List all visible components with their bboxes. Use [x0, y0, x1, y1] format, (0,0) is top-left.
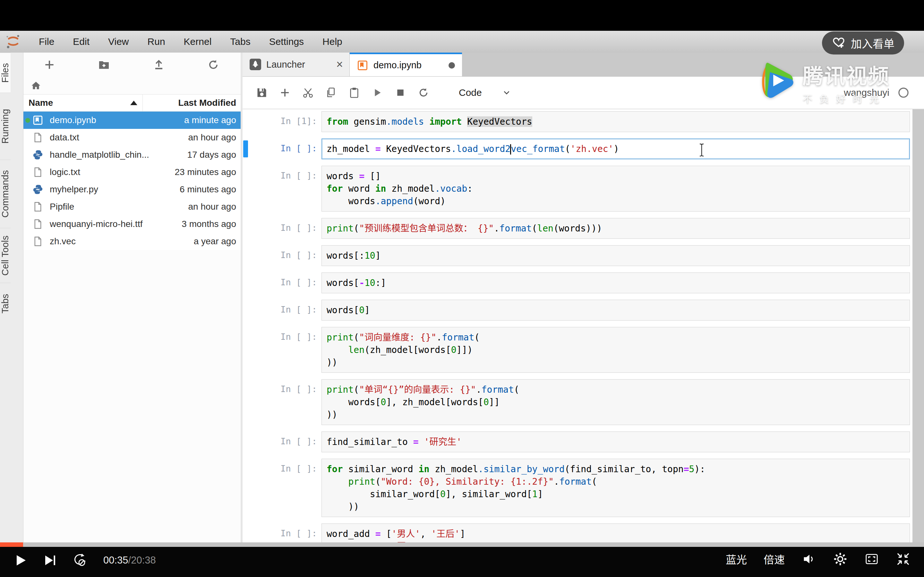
speed-button[interactable]: 倍速 — [764, 551, 785, 567]
new-folder-button[interactable] — [98, 59, 110, 71]
restart-kernel-button[interactable] — [418, 87, 429, 98]
tab-demo-ipynb[interactable]: demo.ipynb — [350, 53, 462, 76]
home-icon[interactable] — [31, 80, 41, 91]
cut-button[interactable] — [302, 87, 314, 98]
notebook-icon — [32, 115, 43, 126]
save-button[interactable] — [256, 87, 268, 98]
cell-editor[interactable]: words[:10] — [321, 245, 910, 266]
menu-kernel[interactable]: Kernel — [174, 31, 221, 53]
menu-edit[interactable]: Edit — [63, 31, 99, 53]
next-episode-button[interactable] — [42, 553, 58, 568]
menu-run[interactable]: Run — [138, 31, 174, 53]
cell-prompt: In [ ]: — [242, 379, 321, 425]
cell-type-dropdown[interactable]: Code — [459, 87, 511, 98]
cell-editor[interactable]: words[-10:] — [321, 272, 910, 293]
breadcrumb — [23, 77, 241, 94]
cell-editor[interactable]: for similar_word in zh_model.similar_by_… — [321, 459, 910, 517]
notebook-cell: In [ ]:print("单词“{}”的向量表示: {}".format( w… — [242, 379, 924, 425]
cell-editor[interactable]: find_similar_to = '研究生' — [321, 432, 910, 452]
autoplay-loop-button[interactable] — [72, 553, 87, 568]
file-browser-toolbar — [23, 53, 241, 77]
sort-ascending-icon — [130, 101, 137, 105]
file-modified: 17 days ago — [187, 150, 241, 160]
file-icon — [32, 236, 43, 247]
name-column-header[interactable]: Name — [23, 98, 142, 108]
notebook-cell: In [ ]:print("词向量维度: {}".format( len(zh_… — [242, 327, 924, 373]
cell-editor[interactable]: words[0] — [321, 300, 910, 321]
close-icon[interactable]: × — [336, 59, 343, 70]
cell-prompt: In [1]: — [242, 111, 321, 132]
file-row-pipfile[interactable]: Pipfilean hour ago — [23, 198, 241, 215]
play-button[interactable] — [13, 553, 28, 568]
tab-launcher[interactable]: Launcher× — [242, 53, 350, 76]
upload-button[interactable] — [153, 59, 165, 71]
cell-prompt: In [ ]: — [242, 327, 321, 373]
file-modified: 3 months ago — [182, 219, 241, 229]
file-row-logic-txt[interactable]: logic.txt23 minutes ago — [23, 163, 241, 181]
quality-button[interactable]: 蓝光 — [726, 551, 747, 567]
file-name: logic.txt — [48, 167, 175, 177]
exit-fullscreen-button[interactable] — [896, 552, 911, 566]
file-browser-panel: Name Last Modified demo.ipynba minute ag… — [23, 53, 242, 545]
file-row-myhelper-py[interactable]: myhelper.py6 minutes ago — [23, 181, 241, 198]
sidebar-tab-tabs[interactable]: Tabs — [0, 283, 11, 324]
menu-settings[interactable]: Settings — [260, 31, 313, 53]
settings-button[interactable] — [833, 552, 848, 566]
volume-button[interactable] — [801, 552, 816, 566]
modified-column-header[interactable]: Last Modified — [142, 95, 241, 111]
cell-editor[interactable]: from gensim.models import KeyedVectors — [321, 111, 910, 132]
file-row-handle-matplotlib-chin[interactable]: handle_matplotlib_chin...17 days ago — [23, 146, 241, 163]
notebook-scrollbar-gutter[interactable] — [913, 109, 924, 545]
video-progress-played — [0, 542, 23, 547]
cell-editor[interactable]: zh_model = KeyedVectors.load_word2vec_fo… — [321, 139, 910, 159]
notebook-scroll-area[interactable]: In [1]:from gensim.models import KeyedVe… — [242, 109, 924, 545]
fullscreen-button[interactable] — [864, 552, 879, 566]
menu-tabs[interactable]: Tabs — [221, 31, 260, 53]
time-current: 00:35 — [103, 554, 128, 566]
file-name: zh.vec — [48, 236, 194, 247]
new-launcher-button[interactable] — [43, 59, 55, 71]
refresh-button[interactable] — [207, 59, 220, 71]
unsaved-dot-icon[interactable] — [449, 62, 455, 69]
kernel-status-icon[interactable] — [898, 87, 909, 98]
copy-button[interactable] — [325, 87, 337, 98]
run-button[interactable] — [372, 87, 383, 98]
menu-help[interactable]: Help — [313, 31, 352, 53]
tab-label: Launcher — [266, 59, 305, 70]
cell-editor[interactable]: word_add = ['男人', '王后']word_sub = ['国王'] — [321, 524, 910, 545]
paste-button[interactable] — [349, 87, 360, 98]
cell-editor[interactable]: print("预训练模型包含单词总数： {}".format(len(words… — [321, 218, 910, 239]
add-to-watchlist-button[interactable]: 加入看单 — [822, 31, 904, 55]
no-dot — [25, 205, 30, 210]
tab-label: demo.ipynb — [373, 60, 422, 71]
cell-editor[interactable]: print("词向量维度: {}".format( len(zh_model[w… — [321, 327, 910, 373]
no-dot — [25, 239, 30, 244]
file-name: wenquanyi-micro-hei.ttf — [48, 219, 182, 229]
file-row-wenquanyi-micro-hei-ttf[interactable]: wenquanyi-micro-hei.ttf3 months ago — [23, 215, 241, 233]
cell-editor[interactable]: print("单词“{}”的向量表示: {}".format( words[0]… — [321, 379, 910, 425]
file-icon — [32, 167, 43, 177]
insert-cell-button[interactable] — [279, 87, 291, 98]
sidebar-tab-commands[interactable]: Commands — [0, 160, 11, 228]
sidebar-tab-running[interactable]: Running — [0, 93, 11, 160]
sidebar-tab-cell-tools[interactable]: Cell Tools — [0, 228, 11, 283]
menu-file[interactable]: File — [29, 31, 63, 53]
notebook-icon — [357, 60, 368, 71]
notebook-cell: In [ ]:for similar_word in zh_model.simi… — [242, 459, 924, 517]
file-row-data-txt[interactable]: data.txtan hour ago — [23, 129, 241, 146]
menu-view[interactable]: View — [99, 31, 138, 53]
python-icon — [32, 149, 43, 160]
notebook-cell: In [1]:from gensim.models import KeyedVe… — [242, 111, 924, 132]
cell-prompt: In [ ]: — [242, 432, 321, 452]
stop-button[interactable] — [395, 87, 406, 98]
cell-editor[interactable]: words = []for word in zh_model.vocab: wo… — [321, 166, 910, 211]
notebook-cell: In [ ]:zh_model = KeyedVectors.load_word… — [242, 139, 924, 159]
file-name: data.txt — [48, 132, 188, 143]
video-progress-bar[interactable] — [0, 542, 924, 547]
file-row-zh-vec[interactable]: zh.veca year ago — [23, 233, 241, 250]
notebook-cell: In [ ]:word_add = ['男人', '王后']word_sub =… — [242, 524, 924, 545]
file-row-demo-ipynb[interactable]: demo.ipynba minute ago — [23, 111, 241, 129]
main-dock-area: Launcher×demo.ipynb — [242, 53, 924, 545]
file-modified: an hour ago — [188, 132, 241, 143]
sidebar-tab-files[interactable]: Files — [0, 53, 11, 93]
